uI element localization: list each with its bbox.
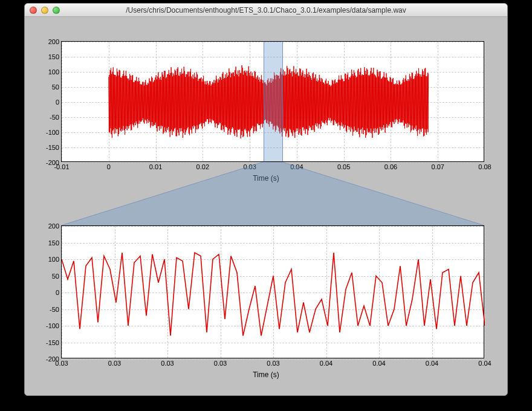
y-tick-label: -100 — [37, 129, 62, 136]
y-tick-label: 200 — [37, 38, 62, 45]
x-tick-label: 0.03 — [214, 358, 227, 367]
y-tick-label: 0 — [37, 99, 62, 106]
x-tick-label: 0.04 — [426, 358, 438, 367]
overview-plot[interactable]: -200-150-100-50050100150200-0.0100.010.0… — [61, 41, 484, 162]
y-tick-label: 100 — [37, 256, 62, 263]
traffic-lights — [25, 7, 60, 14]
x-tick-label: 0.04 — [478, 358, 491, 367]
zoom-plot[interactable]: -200-150-100-500501001502000.030.030.030… — [61, 225, 484, 358]
x-tick-label: 0.04 — [320, 358, 332, 367]
zoom-range-overlay[interactable] — [264, 42, 282, 161]
y-tick-label: -50 — [37, 306, 62, 313]
zoom-xaxis-label: Time (s) — [25, 371, 507, 379]
app-window: /Users/chris/Documents/enthought/ETS_3.0… — [24, 3, 508, 396]
minimize-icon[interactable] — [41, 7, 48, 14]
x-tick-label: 0.03 — [55, 358, 68, 367]
y-tick-label: 100 — [37, 68, 62, 76]
y-tick-label: 0 — [37, 289, 62, 296]
zoom-plot-area[interactable]: -200-150-100-500501001502000.030.030.030… — [62, 226, 484, 358]
x-tick-label: 0.03 — [108, 358, 121, 367]
window-title: /Users/chris/Documents/enthought/ETS_3.0… — [25, 6, 507, 15]
zoom-waveform — [62, 226, 485, 359]
y-tick-label: -50 — [37, 114, 62, 121]
zoom-icon[interactable] — [53, 7, 60, 14]
zoom-connector — [61, 162, 484, 225]
y-tick-label: 150 — [37, 239, 62, 247]
y-tick-label: 200 — [37, 222, 62, 230]
titlebar[interactable]: /Users/chris/Documents/enthought/ETS_3.0… — [25, 4, 507, 17]
y-tick-label: 150 — [37, 53, 62, 60]
overview-plot-area[interactable]: -200-150-100-50050100150200-0.0100.010.0… — [62, 42, 484, 161]
y-tick-label: -150 — [37, 339, 62, 346]
svg-marker-0 — [61, 162, 484, 225]
y-tick-label: 50 — [37, 273, 62, 280]
y-tick-label: 50 — [37, 83, 62, 91]
y-tick-label: -150 — [37, 144, 62, 151]
x-tick-label: 0.04 — [372, 358, 385, 367]
close-icon[interactable] — [30, 7, 37, 14]
content-area: -200-150-100-50050100150200-0.0100.010.0… — [25, 17, 507, 395]
x-tick-label: 0.03 — [267, 358, 279, 367]
y-tick-label: -100 — [37, 322, 62, 329]
x-tick-label: 0.03 — [161, 358, 174, 367]
